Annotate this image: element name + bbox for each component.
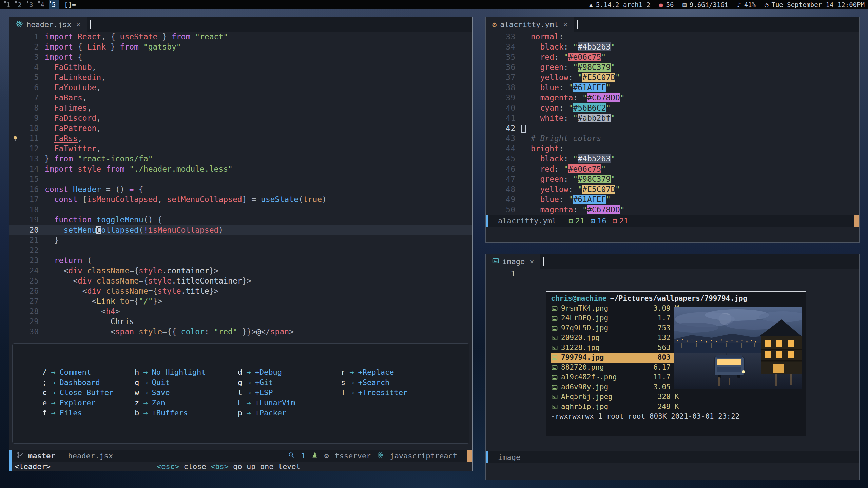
which-key-entry[interactable]: s→+Search: [341, 377, 389, 388]
file-row[interactable]: 9rsmTK4.png3.09 M: [551, 304, 679, 313]
code-line[interactable]: 18: [9, 204, 472, 215]
workspace-tag-5[interactable]: 5: [49, 0, 59, 9]
module-updates: ●56: [659, 1, 674, 8]
code-line[interactable]: 10 FaPatreon,: [9, 123, 472, 133]
code-line[interactable]: 49 blue: "#61AFEF": [486, 194, 859, 204]
code-line[interactable]: 9 FaDiscord,: [9, 113, 472, 123]
which-key-entry[interactable]: T→+Treesitter: [341, 388, 407, 398]
workspace-tag-4[interactable]: 4: [37, 0, 47, 9]
which-key-entry[interactable]: z→Zen: [135, 398, 238, 408]
code-line[interactable]: 6 FaYoutube,: [9, 82, 472, 93]
code-line[interactable]: 15: [9, 174, 472, 184]
code-line[interactable]: 7 FaBars,: [9, 93, 472, 103]
clock-icon: ◔: [765, 1, 768, 8]
code-line[interactable]: 29 Chris: [9, 316, 472, 327]
which-key-entry[interactable]: r→+Replace: [341, 367, 394, 377]
code-line[interactable]: 8 FaTimes,: [9, 103, 472, 113]
code-line[interactable]: 11 FaRss,: [9, 133, 472, 143]
code-line[interactable]: 47 green: "#98C379": [486, 174, 859, 184]
close-icon[interactable]: ×: [76, 20, 80, 29]
code-line[interactable]: 1: [486, 269, 859, 279]
file-row[interactable]: 24LrDFQ.jpg1.7 M: [551, 313, 679, 323]
which-key-entry[interactable]: ;→Dashboard: [42, 377, 135, 388]
which-key-entry[interactable]: d→+Debug: [238, 367, 341, 377]
which-key-entry[interactable]: w→Save: [135, 388, 238, 398]
code-line[interactable]: 24 <div className={style.container}>: [9, 266, 472, 276]
tab-header-jsx[interactable]: header.jsx ×: [9, 17, 87, 32]
code-line[interactable]: 37 yellow: "#E5C07B": [486, 72, 859, 82]
file-row[interactable]: aghr5Ip.jpg249 K: [551, 402, 679, 412]
which-key-entry[interactable]: f→Files: [42, 408, 135, 418]
code-line[interactable]: 5 FaLinkedin,: [9, 72, 472, 82]
code-line[interactable]: 30 <span style={{ color: "red" }}>@</spa…: [9, 327, 472, 337]
code-line[interactable]: 42: [486, 123, 859, 133]
command-line[interactable]: <leader> <esc> close <bs> go up one leve…: [9, 462, 472, 471]
code-line[interactable]: 3import {: [9, 52, 472, 62]
which-key-entry[interactable]: L→+LunarVim: [238, 398, 341, 408]
code-line[interactable]: 34 black: "#4b5263": [486, 42, 859, 52]
file-row[interactable]: 799794.jpg803 K: [551, 353, 679, 363]
which-key-entry[interactable]: h→No Highlight: [135, 367, 238, 377]
which-key-entry[interactable]: p→+Packer: [238, 408, 341, 418]
which-key-entry[interactable]: q→Quit: [135, 377, 238, 388]
code-line[interactable]: 45 black: "#4b5263": [486, 154, 859, 164]
lightbulb-icon[interactable]: [9, 133, 21, 143]
code-line[interactable]: 22: [9, 245, 472, 255]
which-key-entry[interactable]: /→Comment: [42, 367, 135, 377]
close-icon[interactable]: ×: [563, 20, 567, 29]
code-line[interactable]: 38 blue: "#61AFEF": [486, 82, 859, 93]
code-line[interactable]: 44 bright:: [486, 143, 859, 154]
code-line[interactable]: 17 const [isMenuCollapsed, setMenuCollap…: [9, 194, 472, 204]
file-row[interactable]: 31228.jpg563 K: [551, 343, 679, 353]
code-line[interactable]: 1import React, { useState } from "react": [9, 32, 472, 42]
code-line[interactable]: 12 FaTwitter,: [9, 143, 472, 154]
code-line[interactable]: 26 <div className={style.title}>: [9, 286, 472, 296]
code-line[interactable]: 14import style from "./header.module.les…: [9, 164, 472, 174]
code-line[interactable]: 28 <h4>: [9, 306, 472, 316]
code-line[interactable]: 40 cyan: "#56B6C2": [486, 103, 859, 113]
which-key-entry[interactable]: c→Close Buffer: [42, 388, 135, 398]
which-key-entry[interactable]: l→+LSP: [238, 388, 341, 398]
code-line[interactable]: 33 normal:: [486, 32, 859, 42]
file-row[interactable]: 882720.png6.17 M: [551, 363, 679, 372]
code-line[interactable]: 27 <Link to={"/"}>: [9, 296, 472, 306]
code-line[interactable]: 2import { Link } from "gatsby": [9, 42, 472, 52]
file-row[interactable]: AFq5r6j.jpeg320 K: [551, 392, 679, 402]
code-line[interactable]: 23 return (: [9, 255, 472, 266]
code-line[interactable]: 43 # Bright colors: [486, 133, 859, 143]
statusline: master header.jsx 1 ⚙ tsserver javascrip…: [9, 450, 472, 462]
code-line[interactable]: 16const Header = () ⇒ {: [9, 184, 472, 194]
line-number: 15: [21, 174, 39, 184]
code-line[interactable]: 39 magenta: "#C678DD": [486, 93, 859, 103]
layout-indicator[interactable]: []=: [64, 1, 76, 8]
code-line[interactable]: 21 }: [9, 235, 472, 245]
code-line[interactable]: 19 function toggleMenu() {: [9, 215, 472, 225]
image-file-icon: [552, 345, 558, 351]
code-line[interactable]: 46 red: "#e06c75": [486, 164, 859, 174]
code-line[interactable]: 4 FaGithub,: [9, 62, 472, 72]
workspace-tag-3[interactable]: 3: [26, 0, 36, 9]
code-line[interactable]: 36 green: "#98C379": [486, 62, 859, 72]
code-line[interactable]: 41 white: "#abb2bf": [486, 113, 859, 123]
tab-image[interactable]: image ×: [486, 254, 540, 269]
close-icon[interactable]: ×: [529, 257, 534, 266]
file-row[interactable]: a19c482f~.png11.7 M: [551, 372, 679, 382]
file-row[interactable]: 97q9L5D.jpg753 K: [551, 323, 679, 333]
code-buffer[interactable]: 33 normal:34 black: "#4b5263"35 red: "#e…: [486, 32, 859, 215]
which-key-entry[interactable]: e→Explorer: [42, 398, 135, 408]
code-line[interactable]: 35 red: "#e06c75": [486, 52, 859, 62]
file-row[interactable]: ad6v90y.jpg3.05 M: [551, 382, 679, 392]
which-key-entry[interactable]: g→+Git: [238, 377, 341, 388]
which-key-entry[interactable]: b→+Buffers: [135, 408, 238, 418]
code-line[interactable]: 13} from "react-icons/fa": [9, 154, 472, 164]
code-line[interactable]: 48 yellow: "#E5C07B": [486, 184, 859, 194]
code-line[interactable]: 50 magenta: "#C678DD": [486, 204, 859, 215]
workspace-tag-2[interactable]: 2: [15, 0, 24, 9]
tab-alacritty-yml[interactable]: ⚙ alacritty.yml ×: [486, 17, 574, 32]
code-line[interactable]: 25 <div className={style.titleContainer}…: [9, 276, 472, 286]
workspace-tag-1[interactable]: 1: [3, 0, 13, 9]
code-buffer[interactable]: 1import React, { useState } from "react"…: [9, 32, 472, 450]
code-buffer[interactable]: 1 chris@machine ~/Pictures/wallpapers/79…: [486, 269, 859, 451]
code-line[interactable]: 20 setMenuCollapsed(!isMenuCollapsed): [9, 225, 472, 235]
file-row[interactable]: 20920.jpg132 K: [551, 333, 679, 343]
